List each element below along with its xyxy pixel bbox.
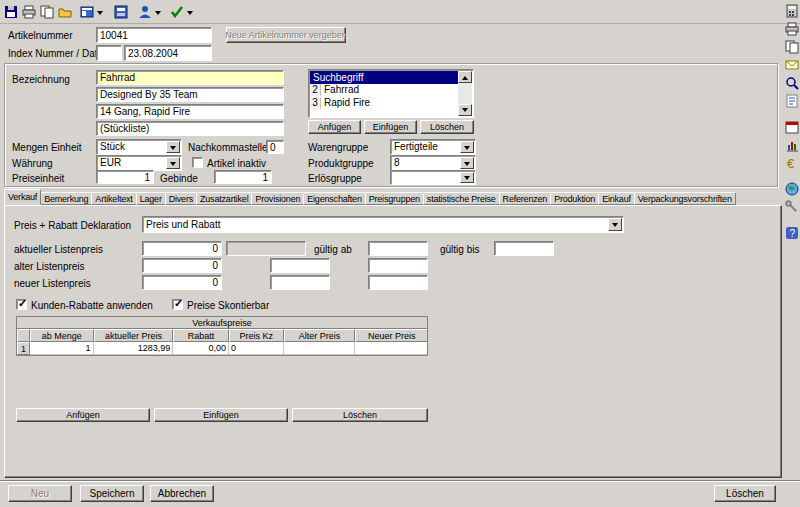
chevron-down-icon[interactable] (460, 157, 474, 169)
tab-verkauf[interactable]: Verkauf (4, 189, 41, 205)
cell-rabatt[interactable]: 0,00 (173, 342, 229, 355)
tab-statistische-preise[interactable]: statistische Preise (423, 192, 500, 205)
bezeichnung-input-3[interactable] (96, 104, 284, 119)
alter-gueltig-ab-input[interactable] (270, 258, 330, 273)
globe-icon[interactable] (785, 182, 799, 196)
produktgruppe-select[interactable]: 8 (390, 155, 476, 171)
tab-artikeltext[interactable]: Artikeltext (91, 192, 136, 205)
preis-rabatt-deklaration-select[interactable]: Preis und Rabatt (142, 216, 624, 233)
column-header-alter-preis[interactable]: Alter Preis (284, 329, 356, 342)
neuer-gueltig-ab-input[interactable] (270, 275, 330, 290)
index-nummer-input[interactable] (96, 45, 122, 61)
cell-preis-kz[interactable]: 0 (229, 342, 284, 355)
tab-divers[interactable]: Divers (165, 192, 197, 205)
suchbegriff-list[interactable]: Suchbegriff 2 Fahrrad 3 Rapid Fire (308, 69, 474, 118)
tab-verpackungsvorschriften[interactable]: Verpackungsvorschriften (634, 192, 736, 205)
column-header-neuer-preis[interactable]: Neuer Preis (355, 329, 427, 342)
list-item[interactable]: 3 Rapid Fire (310, 97, 458, 109)
tab-provisionen[interactable]: Provisionen (251, 192, 304, 205)
printer-icon[interactable] (785, 22, 799, 36)
save-icon[interactable] (4, 3, 18, 20)
verkauf-loeschen-button[interactable]: Löschen (292, 408, 428, 422)
wrench-icon[interactable] (785, 200, 799, 214)
suchbegriff-selected-row[interactable]: Suchbegriff (310, 71, 458, 84)
note-icon[interactable] (785, 94, 799, 108)
preise-skontierbar-checkbox[interactable] (172, 299, 183, 310)
tab-bemerkung[interactable]: Bemerkung (40, 192, 92, 205)
tab-referenzen[interactable]: Referenzen (499, 192, 552, 205)
warengruppe-select[interactable]: Fertigteile (390, 139, 476, 155)
speichern-button[interactable]: Speichern (80, 485, 144, 502)
verkauf-einfuegen-button[interactable]: Einfügen (154, 408, 288, 422)
neu-button[interactable]: Neu (8, 485, 72, 502)
copy-icon[interactable] (40, 3, 54, 20)
tab-eigenschaften[interactable]: Eigenschaften (303, 192, 365, 205)
cell-ab-menge[interactable]: 1 (30, 342, 94, 355)
suchbegriff-einfuegen-button[interactable]: Einfügen (364, 120, 417, 134)
verkauf-anfuegen-button[interactable]: Anfügen (16, 408, 150, 422)
nachkommastellen-input[interactable] (266, 140, 284, 154)
scroll-down-icon[interactable] (458, 104, 472, 116)
tab-einkauf[interactable]: Einkauf (598, 192, 635, 205)
kunden-rabatte-checkbox[interactable] (16, 299, 27, 310)
neuer-listenpreis-input[interactable] (142, 275, 222, 290)
waehrung-select[interactable]: EUR (96, 155, 182, 171)
abbrechen-button[interactable]: Abbrechen (150, 485, 214, 502)
suchbegriff-loeschen-button[interactable]: Löschen (420, 120, 474, 134)
help-icon[interactable]: ? (785, 226, 799, 240)
bezeichnung-input-1[interactable] (96, 70, 284, 85)
column-header-aktueller-preis[interactable]: aktueller Preis (94, 329, 174, 342)
cell-alter-preis[interactable] (284, 342, 356, 355)
table-row[interactable]: 1 1 1283,99 0,00 0 (17, 342, 427, 355)
template-dropdown-icon[interactable] (80, 3, 103, 20)
chevron-down-icon[interactable] (166, 141, 180, 153)
chevron-down-icon[interactable] (460, 172, 474, 183)
print-icon[interactable] (22, 3, 36, 20)
loeschen-button[interactable]: Löschen (714, 485, 776, 502)
column-header-rabatt[interactable]: Rabatt (173, 329, 229, 342)
tab-lager[interactable]: Lager (136, 192, 166, 205)
list-scrollbar[interactable] (458, 71, 472, 116)
mengen-einheit-select[interactable]: Stück (96, 139, 182, 155)
calendar-icon[interactable] (785, 120, 799, 134)
mail-icon[interactable] (785, 58, 799, 72)
window-icon[interactable] (114, 3, 128, 20)
user-dropdown-icon[interactable] (138, 3, 161, 20)
neuer-gueltig-bis-input[interactable] (368, 275, 428, 290)
datum-input[interactable] (124, 45, 212, 61)
list-item[interactable]: 2 Fahrrad (310, 84, 458, 96)
check-dropdown-icon[interactable] (170, 3, 193, 20)
column-header-ab-menge[interactable]: ab Menge (30, 329, 94, 342)
neue-artikelnummer-button[interactable]: Neue Artikelnummer vergeben (226, 27, 346, 43)
artikel-inaktiv-checkbox[interactable] (192, 157, 203, 168)
gueltig-bis-input[interactable] (494, 241, 554, 256)
erloesgruppe-select[interactable] (390, 170, 476, 185)
calculator-icon[interactable] (785, 4, 799, 18)
alter-listenpreis-input[interactable] (142, 258, 222, 273)
folder-icon[interactable] (58, 3, 72, 20)
chevron-down-icon[interactable] (608, 218, 622, 231)
cell-neuer-preis[interactable] (355, 342, 427, 355)
euro-icon[interactable]: € (785, 156, 799, 170)
scroll-up-icon[interactable] (458, 71, 472, 83)
aktueller-listenpreis-input[interactable] (142, 241, 222, 256)
search-icon[interactable] (785, 76, 799, 90)
tab-zusatzartikel[interactable]: Zusatzartikel (196, 192, 252, 205)
artikelnummer-input[interactable] (96, 27, 212, 43)
chart-icon[interactable] (785, 138, 799, 152)
alter-gueltig-bis-input[interactable] (368, 258, 428, 273)
gebinde-input[interactable] (214, 170, 272, 184)
bezeichnung-input-2[interactable] (96, 87, 284, 102)
suchbegriff-anfuegen-button[interactable]: Anfügen (308, 120, 361, 134)
chevron-down-icon[interactable] (166, 157, 180, 169)
tab-preisgruppen[interactable]: Preisgruppen (365, 192, 424, 205)
verkaufspreise-table[interactable]: Verkaufspreise ab Menge aktueller Preis … (16, 316, 428, 356)
copy-icon[interactable] (785, 40, 799, 54)
gueltig-ab-input[interactable] (368, 241, 428, 256)
chevron-down-icon[interactable] (460, 141, 474, 153)
preiseinheit-input[interactable] (96, 170, 154, 184)
column-header-preis-kz[interactable]: Preis Kz (229, 329, 284, 342)
bezeichnung-input-4[interactable] (96, 121, 284, 136)
cell-aktueller-preis[interactable]: 1283,99 (94, 342, 174, 355)
tab-produktion[interactable]: Produktion (550, 192, 599, 205)
